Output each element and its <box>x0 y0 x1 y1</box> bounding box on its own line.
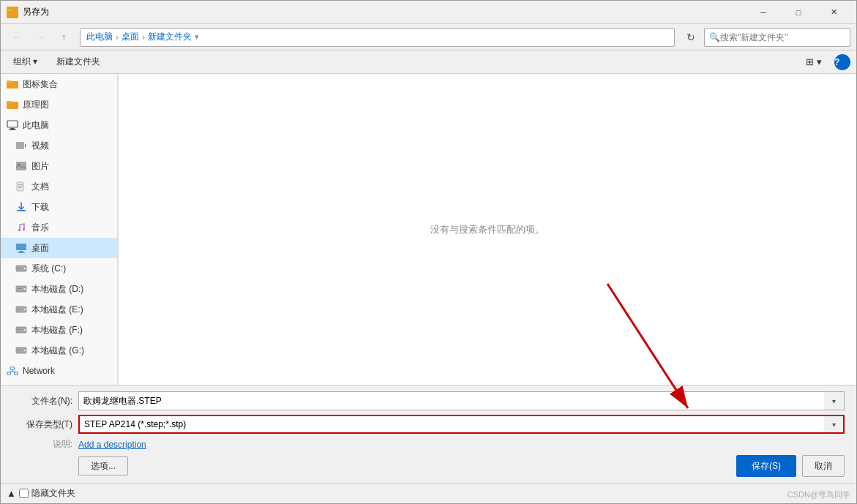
sidebar-item-label: 文档 <box>31 181 49 193</box>
hide-files-label: 隐藏文件夹 <box>31 487 75 500</box>
hide-files-checkbox[interactable] <box>19 489 29 498</box>
music-icon <box>15 222 27 233</box>
svg-rect-11 <box>16 162 26 170</box>
filetype-dropdown[interactable]: ▾ <box>824 415 845 434</box>
video-icon <box>15 140 27 151</box>
search-input[interactable] <box>720 32 845 42</box>
minimize-button[interactable]: ─ <box>746 4 780 21</box>
search-box: 🔍 <box>704 28 850 47</box>
svg-point-27 <box>24 288 26 290</box>
save-button[interactable]: 保存(S) <box>736 455 796 477</box>
svg-line-43 <box>12 372 16 372</box>
nav-toolbar: ← → ↑ 此电脑 › 桌面 › 新建文件夹 ▾ ↻ 🔍 <box>1 24 856 50</box>
svg-point-30 <box>24 309 26 311</box>
breadcrumb: 此电脑 › 桌面 › 新建文件夹 ▾ <box>80 28 675 47</box>
sidebar-item-label: 本地磁盘 (F:) <box>31 324 83 336</box>
file-content-area: 没有与搜索条件匹配的项。 <box>118 74 856 385</box>
back-button[interactable]: ← <box>7 29 27 46</box>
folder-icon <box>7 99 18 110</box>
breadcrumb-desktop[interactable]: 桌面 <box>121 31 139 43</box>
sidebar-item-schematics[interactable]: 原理图 <box>1 94 117 115</box>
sidebar-item-local-e[interactable]: 本地磁盘 (E:) <box>1 299 117 320</box>
svg-rect-17 <box>17 210 26 211</box>
refresh-button[interactable]: ↻ <box>681 29 701 46</box>
hdd-icon <box>15 304 27 315</box>
svg-point-24 <box>24 268 26 270</box>
sidebar-item-label: 本地磁盘 (D:) <box>31 283 83 296</box>
sidebar-item-system-c[interactable]: 系统 (C:) <box>1 258 117 279</box>
sidebar-item-label: 图片 <box>31 160 49 173</box>
svg-rect-40 <box>15 372 18 375</box>
filename-row: 文件名(N): ▾ <box>12 391 845 410</box>
sidebar-item-this-pc[interactable]: 此电脑 <box>1 115 117 135</box>
action-buttons: 保存(S) 取消 <box>736 455 845 477</box>
sidebar-item-local-f[interactable]: 本地磁盘 (F:) <box>1 320 117 340</box>
hdd-icon <box>15 345 27 356</box>
filename-input[interactable] <box>78 391 824 410</box>
close-button[interactable]: ✕ <box>817 4 850 21</box>
network-icon <box>7 365 18 377</box>
save-as-dialog: 另存为 ─ □ ✕ ← → ↑ 此电脑 › 桌面 › 新建文件夹 ▾ ↻ 🔍 组… <box>0 0 857 504</box>
breadcrumb-pc[interactable]: 此电脑 <box>86 31 113 43</box>
up-button[interactable]: ↑ <box>53 29 74 46</box>
sidebar-item-icon-sets[interactable]: 图标集合 <box>1 74 117 94</box>
svg-point-18 <box>18 229 20 231</box>
sidebar-item-network[interactable]: Network <box>1 361 117 381</box>
title-bar: 另存为 ─ □ ✕ <box>1 1 856 24</box>
svg-rect-3 <box>7 80 12 83</box>
footer-bar: ▲ 隐藏文件夹 <box>1 483 856 503</box>
filename-dropdown[interactable]: ▾ <box>824 391 845 410</box>
svg-point-19 <box>23 228 25 230</box>
empty-message: 没有与搜索条件匹配的项。 <box>430 223 544 236</box>
svg-rect-15 <box>18 186 23 187</box>
sidebar-item-music[interactable]: 音乐 <box>1 217 117 238</box>
sidebar-item-desktop[interactable]: 桌面 <box>1 238 117 258</box>
svg-rect-9 <box>16 142 24 149</box>
svg-point-33 <box>24 329 26 331</box>
new-folder-label: 新建文件夹 <box>56 56 100 68</box>
svg-rect-25 <box>18 268 22 268</box>
sidebar-item-downloads[interactable]: 下载 <box>1 197 117 217</box>
help-button[interactable]: ? <box>834 54 850 70</box>
forward-button[interactable]: → <box>30 29 50 46</box>
sidebar-item-documents[interactable]: 文档 <box>1 176 117 197</box>
pc-icon <box>7 119 18 131</box>
new-folder-button[interactable]: 新建文件夹 <box>50 54 107 70</box>
hdd-icon <box>15 283 27 295</box>
restore-button[interactable]: □ <box>782 4 815 21</box>
window-controls: ─ □ ✕ <box>746 4 850 21</box>
sidebar-item-local-g[interactable]: 本地磁盘 (G:) <box>1 340 117 361</box>
sidebar-item-label: 音乐 <box>31 222 49 234</box>
sidebar-item-label: 桌面 <box>31 242 49 255</box>
sidebar-item-label: 本地磁盘 (G:) <box>31 345 84 357</box>
svg-rect-22 <box>18 252 25 253</box>
sidebar-item-label: 本地磁盘 (E:) <box>31 304 83 316</box>
svg-rect-7 <box>10 128 15 129</box>
description-row: 说明: Add a description <box>12 438 845 451</box>
svg-marker-10 <box>25 143 26 148</box>
download-icon <box>15 201 27 213</box>
sidebar-item-local-d[interactable]: 本地磁盘 (D:) <box>1 279 117 299</box>
organize-button[interactable]: 组织 ▾ <box>7 54 44 70</box>
options-button[interactable]: 选项... <box>78 456 128 475</box>
sidebar-item-videos[interactable]: 视频 <box>1 135 117 156</box>
document-icon <box>15 181 27 192</box>
organize-label: 组织 ▾ <box>13 56 37 68</box>
sidebar-item-label: Network <box>23 366 55 376</box>
filetype-row: 保存类型(T) ▾ <box>12 415 845 434</box>
description-label: 说明: <box>12 438 78 451</box>
svg-rect-20 <box>16 244 26 250</box>
svg-rect-6 <box>7 121 18 127</box>
sidebar-item-pictures[interactable]: 图片 <box>1 156 117 176</box>
svg-rect-37 <box>18 350 22 350</box>
views-button[interactable]: ⊞ ▾ <box>799 54 828 70</box>
description-link[interactable]: Add a description <box>78 440 146 450</box>
breadcrumb-newfolder[interactable]: 新建文件夹 <box>148 31 192 43</box>
dialog-icon <box>7 7 18 18</box>
image-icon <box>15 160 27 172</box>
svg-rect-16 <box>18 187 21 188</box>
filetype-input[interactable] <box>78 415 824 434</box>
search-icon: 🔍 <box>709 32 720 42</box>
cancel-button[interactable]: 取消 <box>802 455 845 477</box>
hdd-icon <box>15 324 27 336</box>
